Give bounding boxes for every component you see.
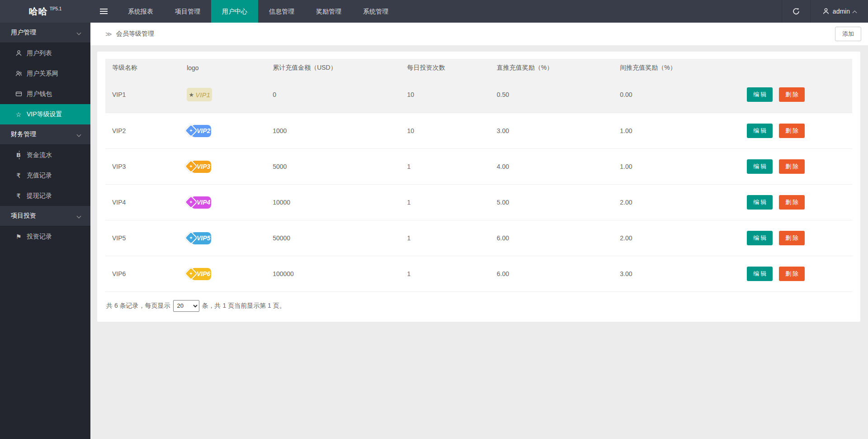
chevron-up-icon <box>853 10 857 15</box>
col-direct-bonus: 直推充值奖励（%） <box>490 59 613 77</box>
daily-invest-count: 1 <box>401 220 490 256</box>
total-deposit: 5000 <box>266 148 400 184</box>
top-menu: 系统报表 项目管理 用户中心 信息管理 奖励管理 系统管理 <box>117 0 399 23</box>
user-icon <box>822 8 830 15</box>
navbar-right: admin <box>782 0 868 23</box>
table-header-row: 等级名称 logo 累计充值金额（USD） 每日投资次数 直推充值奖励（%） 间… <box>105 59 852 77</box>
indirect-bonus: 0.00 <box>613 77 740 113</box>
sidebar-item-user-list[interactable]: 用户列表 <box>0 43 90 63</box>
direct-bonus: 3.00 <box>490 113 613 148</box>
chevron-down-icon <box>77 30 81 35</box>
sidebar-section-user-mgmt[interactable]: 用户管理 <box>0 23 90 43</box>
vip5-logo: VIP5 <box>187 229 213 247</box>
breadcrumb-icon: ≫ <box>105 30 112 38</box>
table-row: VIP1 ★ VIP1 0 10 0.50 0.00 编辑 <box>105 77 852 113</box>
daily-invest-count: 1 <box>401 184 490 220</box>
level-name: VIP6 <box>105 256 180 291</box>
user-menu[interactable]: admin <box>810 0 868 23</box>
sidebar-section-finance[interactable]: 财务管理 <box>0 124 90 145</box>
total-deposit: 1000 <box>266 113 400 148</box>
daily-invest-count: 10 <box>401 113 490 148</box>
col-actions <box>740 59 852 77</box>
top-menu-item-rewards[interactable]: 奖励管理 <box>305 0 352 23</box>
vip1-logo: ★ VIP1 <box>187 88 212 101</box>
sidebar-section-invest[interactable]: 项目投资 <box>0 206 90 226</box>
wallet-icon <box>14 91 23 97</box>
edit-button[interactable]: 编辑 <box>747 195 773 210</box>
total-deposit: 0 <box>266 77 400 113</box>
chevron-down-icon <box>77 132 81 137</box>
breadcrumb-bar: ≫ 会员等级管理 添加 <box>90 23 868 45</box>
col-level-name: 等级名称 <box>105 59 180 77</box>
rupee-icon: ₹ <box>14 192 23 200</box>
total-deposit: 50000 <box>266 220 400 256</box>
sidebar-item-deposit-records[interactable]: ₹ 充值记录 <box>0 165 90 186</box>
table-row: VIP6 VIP6 100000 1 6.00 3.00 编辑 <box>105 256 852 291</box>
table-card: 等级名称 logo 累计充值金额（USD） 每日投资次数 直推充值奖励（%） 间… <box>97 52 860 322</box>
level-name: VIP3 <box>105 148 180 184</box>
table-row: VIP5 VIP5 50000 1 6.00 2.00 编辑 <box>105 220 852 256</box>
bitcoin-icon: B <box>14 152 23 158</box>
indirect-bonus: 3.00 <box>613 256 740 291</box>
user-icon <box>14 50 23 57</box>
direct-bonus: 4.00 <box>490 148 613 184</box>
daily-invest-count: 10 <box>401 77 490 113</box>
add-button[interactable]: 添加 <box>835 27 861 41</box>
daily-invest-count: 1 <box>401 148 490 184</box>
sidebar-item-withdraw-records[interactable]: ₹ 提现记录 <box>0 186 90 206</box>
level-name: VIP1 <box>105 77 180 113</box>
sidebar-item-invest-records[interactable]: ⚑ 投资记录 <box>0 226 90 247</box>
sidebar: 用户管理 用户列表 用户关系网 <box>0 23 90 439</box>
col-daily-invest: 每日投资次数 <box>401 59 490 77</box>
total-deposit: 10000 <box>266 184 400 220</box>
direct-bonus: 0.50 <box>490 77 613 113</box>
page-size-select[interactable]: 20 <box>173 300 199 312</box>
direct-bonus: 5.00 <box>490 184 613 220</box>
sidebar-item-fund-flow[interactable]: B 资金流水 <box>0 145 90 165</box>
top-menu-item-info[interactable]: 信息管理 <box>258 0 305 23</box>
refresh-icon <box>792 7 800 15</box>
rupee-icon: ₹ <box>14 172 23 179</box>
top-menu-item-system[interactable]: 系统管理 <box>352 0 399 23</box>
delete-button[interactable]: 删除 <box>779 159 805 174</box>
edit-button[interactable]: 编辑 <box>747 231 773 245</box>
indirect-bonus: 1.00 <box>613 148 740 184</box>
sidebar-item-user-network[interactable]: 用户关系网 <box>0 63 90 84</box>
pagination-prefix: 共 6 条记录，每页显示 <box>106 302 170 310</box>
sidebar-item-user-wallet[interactable]: 用户钱包 <box>0 84 90 104</box>
table-row: VIP3 VIP3 5000 1 4.00 1.00 编辑 <box>105 148 852 184</box>
level-name: VIP5 <box>105 220 180 256</box>
delete-button[interactable]: 删除 <box>779 267 805 281</box>
total-deposit: 100000 <box>266 256 400 291</box>
users-icon <box>14 70 23 77</box>
star-icon: ☆ <box>14 111 23 118</box>
edit-button[interactable]: 编辑 <box>747 87 773 102</box>
star-icon: ★ <box>189 91 194 98</box>
vip-levels-table: 等级名称 logo 累计充值金额（USD） 每日投资次数 直推充值奖励（%） 间… <box>105 59 852 292</box>
table-row: VIP4 VIP4 10000 1 5.00 2.00 编辑 <box>105 184 852 220</box>
chevron-down-icon <box>77 214 81 218</box>
flag-icon: ⚑ <box>14 233 23 240</box>
edit-button[interactable]: 编辑 <box>747 124 773 138</box>
delete-button[interactable]: 删除 <box>779 195 805 210</box>
delete-button[interactable]: 删除 <box>779 87 805 102</box>
vip4-logo: VIP4 <box>187 193 213 211</box>
direct-bonus: 6.00 <box>490 220 613 256</box>
main-content: ≫ 会员等级管理 添加 等级名称 logo 累计充值金额（USD） 每日投资次数… <box>90 23 868 439</box>
top-menu-item-reports[interactable]: 系统报表 <box>117 0 164 23</box>
top-menu-item-user-center[interactable]: 用户中心 <box>211 0 258 23</box>
top-menu-item-projects[interactable]: 项目管理 <box>164 0 211 23</box>
pagination-suffix: 条，共 1 页当前显示第 1 页。 <box>202 302 286 310</box>
pagination: 共 6 条记录，每页显示 20 条，共 1 页当前显示第 1 页。 <box>105 300 852 312</box>
app-version: TP5.1 <box>50 6 62 11</box>
col-total-deposit: 累计充值金额（USD） <box>266 59 400 77</box>
vip3-logo: VIP3 <box>187 157 213 176</box>
col-indirect-bonus: 间推充值奖励（%） <box>613 59 740 77</box>
delete-button[interactable]: 删除 <box>779 231 805 245</box>
edit-button[interactable]: 编辑 <box>747 267 773 281</box>
sidebar-item-vip-levels[interactable]: ☆ VIP等级设置 <box>0 104 90 124</box>
delete-button[interactable]: 删除 <box>779 124 805 138</box>
edit-button[interactable]: 编辑 <box>747 159 773 174</box>
hamburger-icon[interactable] <box>90 0 117 23</box>
refresh-button[interactable] <box>782 0 810 23</box>
